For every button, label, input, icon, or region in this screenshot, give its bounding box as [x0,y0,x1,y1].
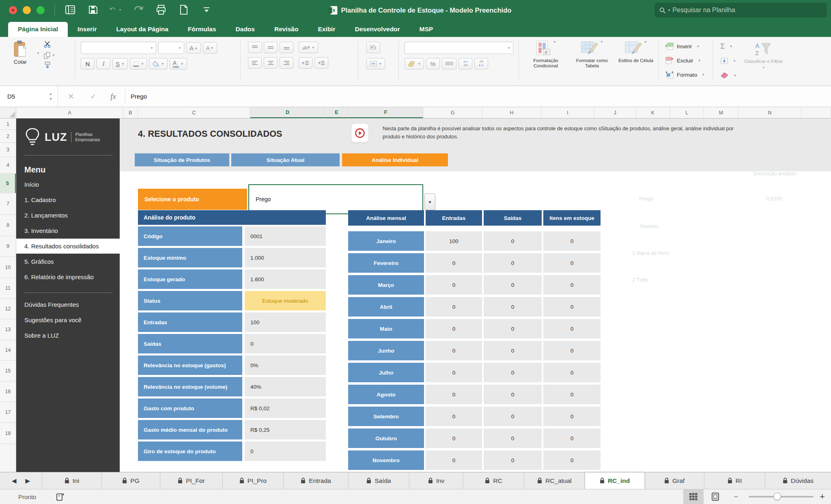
close-window-button[interactable] [9,6,17,14]
tab-desenvolvedor[interactable]: Desenvolvedor [345,22,409,37]
print-icon[interactable] [155,3,167,16]
fill-color-button[interactable]: ▼ [149,58,168,69]
toggle-ribbon-icon[interactable] [64,3,76,16]
column-header[interactable]: N [738,107,801,118]
insert-function-icon[interactable]: fx [106,86,120,107]
column-header[interactable]: C [138,107,250,118]
next-sheet-arrow[interactable]: ▶ [26,477,30,485]
wrap-text-button[interactable] [366,42,380,53]
row-header[interactable]: 8 [0,215,16,236]
column-header[interactable]: L [670,107,704,118]
page-layout-view-button[interactable] [705,489,726,504]
column-header[interactable]: D [250,107,325,118]
column-header[interactable]: B [123,107,138,118]
sidebar-item-sugestoes[interactable]: Sugestões para você [16,312,120,327]
customize-toolbar-icon[interactable] [200,3,213,16]
previous-sheet-arrow[interactable]: ◀ [12,477,17,485]
row-header[interactable]: 15 [0,361,16,381]
sidebar-item-duvidas-frequentes[interactable]: Dúvidas Frequentes [16,297,120,312]
sheet-tab-graf[interactable]: Graf [645,472,704,489]
video-play-button[interactable] [351,124,368,142]
tab-msp[interactable]: MSP [410,22,443,37]
sheet-tab-rc[interactable]: RC [463,472,524,489]
row-header[interactable]: 1 [0,118,16,130]
column-header[interactable]: I [541,107,594,118]
font-color-button[interactable]: A▼ [170,58,187,69]
column-header[interactable]: G [423,107,482,118]
minimize-window-button[interactable] [23,6,31,14]
tab-dados[interactable]: Dados [226,22,265,37]
decrease-font-size-button[interactable]: A▼ [203,42,217,54]
align-middle-button[interactable] [264,42,278,53]
row-header[interactable]: 9 [0,236,16,257]
sheet-tab-ri[interactable]: RI [704,472,765,489]
sheet-tab-rc-ind[interactable]: RC_ind [585,472,645,489]
align-right-button[interactable] [280,57,293,69]
sheet-tab-pi-for[interactable]: PI_For [160,472,223,489]
zoom-out-button[interactable]: − [734,489,738,504]
normal-view-button[interactable] [683,489,704,504]
tab-layout-da-pagina[interactable]: Layout da Página [106,22,178,37]
formula-input[interactable]: Prego [131,86,147,107]
clear-button[interactable]: ▼ [720,69,737,82]
comma-format-button[interactable]: 000 [442,58,456,69]
zoom-window-button[interactable] [37,6,45,14]
format-painter-icon[interactable] [44,62,55,70]
sheet-tab-entrada[interactable]: Entrada [284,472,349,489]
cancel-entry-icon[interactable]: ✕ [65,86,77,107]
tab-revisao[interactable]: Revisão [265,22,308,37]
row-header[interactable]: 16 [0,381,16,402]
tab-formulas[interactable]: Fórmulas [178,22,226,37]
sidebar-item-cadastro[interactable]: 1. Cadastro [16,192,120,207]
align-top-button[interactable] [248,42,262,53]
save-icon[interactable] [87,3,99,16]
format-as-table-button[interactable]: ▼ Formatar como Tabela [570,40,614,81]
search-input[interactable] [672,6,822,14]
paste-dropdown-icon[interactable]: ▼ [37,52,40,70]
column-header[interactable]: M [704,107,738,118]
merge-cells-button[interactable]: ▼ [366,58,385,69]
text-orientation-button[interactable]: ab▼ [299,42,318,53]
insert-cells-button[interactable]: Inserir▼ [665,40,713,52]
row-header[interactable]: 5 [0,174,16,193]
product-selector-cell[interactable]: Prego [248,184,423,214]
search-box[interactable]: ▾ [654,3,827,17]
increase-indent-button[interactable] [314,57,328,69]
autosum-button[interactable]: Σ▼ [720,40,737,52]
row-header[interactable]: 3 [0,143,16,157]
underline-button[interactable]: S▼ [112,58,128,69]
tab-pagina-inicial[interactable]: Página Inicial [8,22,68,37]
select-all-corner[interactable] [0,107,16,118]
column-header[interactable]: A [16,107,123,118]
increase-decimal-button[interactable]: ,00▸,0 [474,58,488,69]
copy-icon[interactable]: ▼ [44,52,55,59]
sheet-tab-inv[interactable]: Inv [409,472,463,489]
record-macro-icon[interactable] [56,492,65,503]
fill-button[interactable]: ▼ [720,55,737,67]
product-dropdown-button[interactable]: ▼ [424,194,435,210]
paste-button[interactable]: Colar [6,40,35,70]
tab-inserir[interactable]: Inserir [68,22,106,37]
undo-icon[interactable]: ▼ [110,3,122,16]
zoom-in-button[interactable]: + [820,489,825,504]
sidebar-item-relatorio-impressao[interactable]: 6. Relatório de impressão [16,269,120,284]
name-box[interactable]: D5 ▲▼ [0,86,58,107]
delete-cells-button[interactable]: Excluir▼ [665,54,713,67]
sheet-tab-duvidas[interactable]: Dúvidas [765,472,831,489]
name-box-stepper[interactable]: ▲▼ [46,90,55,103]
format-cells-button[interactable]: Formato▼ [665,69,713,81]
italic-button[interactable]: I [97,58,110,69]
decrease-decimal-button[interactable]: ◂,0,00 [459,58,472,69]
redo-icon[interactable] [132,3,144,16]
font-name-select[interactable]: ▼ [81,42,156,54]
zoom-slider-track[interactable] [749,496,814,498]
align-center-button[interactable] [264,57,278,69]
tab-exibir[interactable]: Exibir [308,22,345,37]
currency-format-button[interactable]: ▼ [405,58,424,69]
row-header[interactable]: 7 [0,193,16,215]
sheet-tab-pg[interactable]: PG [102,472,160,489]
view-tab-situacao-atual[interactable]: Situação Atual [231,153,340,166]
align-bottom-button[interactable] [280,42,293,53]
row-header[interactable]: 4 [0,157,16,174]
percent-format-button[interactable]: % [426,58,440,69]
